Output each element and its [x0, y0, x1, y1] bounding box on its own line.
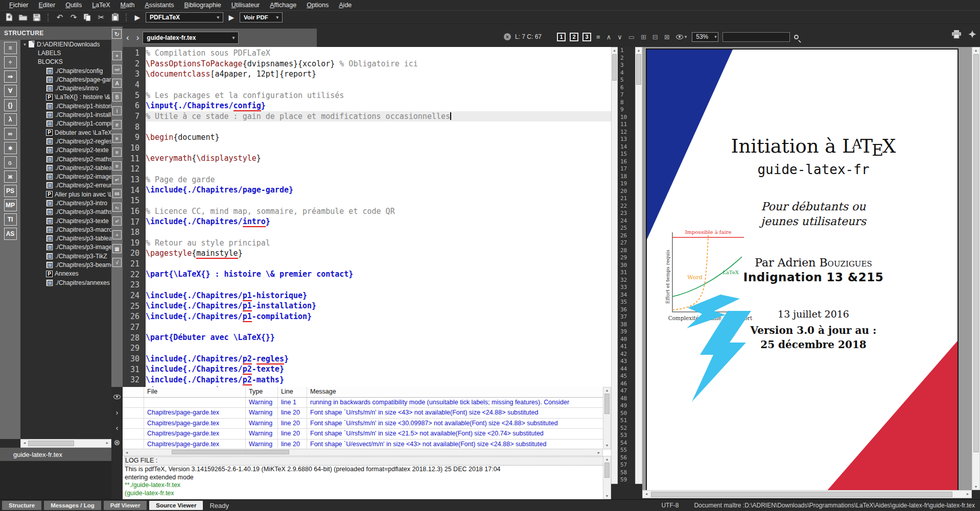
document-selector[interactable]: guide-latex-fr.tex ▾ — [143, 32, 239, 44]
tree-item-chapitres-p3-macros[interactable]: ./Chapitres/p3-macros — [20, 225, 111, 234]
code-line-22[interactable]: \part{\LaTeX{} : histoire \& premier con… — [146, 269, 611, 280]
open-document-label[interactable]: guide-latex-fr.tex — [0, 448, 111, 461]
block-list-icon[interactable]: ≡ — [595, 33, 601, 41]
run-compile-icon[interactable]: ▶ — [133, 13, 142, 21]
braces-icon[interactable]: {} — [4, 99, 17, 111]
log-vscrollbar[interactable]: ▲ ▼ — [603, 456, 611, 499]
status-tab-messages-log[interactable]: Messages / Log — [44, 501, 101, 510]
tree-item-latex-histoire-premier-contact[interactable]: P\LaTeX{} : histoire \& premier contact — [20, 93, 111, 102]
array-icon[interactable]: ▦ — [112, 244, 122, 253]
code-line-3[interactable]: \documentclass[a4paper, 12pt]{report} — [146, 69, 611, 80]
letter-icon[interactable]: A — [112, 79, 122, 88]
code-line-9[interactable]: \begin{document} — [146, 132, 611, 143]
editor-vscrollbar[interactable]: ▲ — [611, 47, 618, 484]
code-line-32[interactable]: \include{./Chapitres/p2-maths} — [146, 375, 611, 385]
code-line-11[interactable]: \everymath{\displaystyle} — [146, 153, 611, 164]
code-line-17[interactable]: \include{./Chapitres/intro} — [146, 216, 611, 227]
pdf-vscrollbar[interactable]: ▲ ▼ — [972, 47, 980, 490]
undo-icon[interactable]: ↶ — [55, 12, 65, 22]
code-line-7[interactable]: % Utile à ce stade : gain de place et mo… — [146, 111, 611, 122]
emph-icon[interactable]: e — [112, 120, 122, 129]
pdf-viewer[interactable]: Initiation à LATEX guide-latex-fr Pour d… — [642, 47, 972, 490]
copy-icon[interactable] — [82, 12, 92, 22]
close-search-icon[interactable]: × — [504, 33, 511, 40]
single-page-icon[interactable]: ▭ — [627, 33, 636, 41]
menu-latex[interactable]: LaTeX — [87, 1, 115, 10]
print-icon[interactable] — [951, 30, 962, 41]
menu-bibliographie[interactable]: Bibliographie — [179, 1, 226, 10]
frac-icon[interactable]: ÷ — [112, 230, 122, 239]
status-tab-pdf-viewer[interactable]: Pdf Viewer — [104, 501, 147, 510]
message-row[interactable]: Warningline 1running in backwards compat… — [123, 398, 611, 408]
code-line-25[interactable]: \include{./Chapitres/p1-installation} — [146, 301, 611, 311]
close-viewer-icon[interactable]: ⊠ — [663, 33, 671, 41]
search-icon[interactable] — [794, 35, 799, 39]
tree-item-chapitres-p3-beamer[interactable]: ./Chapitres/p3-beamer — [20, 260, 111, 269]
menu-options[interactable]: Options — [301, 1, 334, 10]
pdf-hscrollbar[interactable]: ◄► — [642, 490, 972, 498]
code-line-6[interactable]: \input{./Chapitres/config} — [146, 101, 611, 111]
tree-item-chapitres-p1-compilation[interactable]: ./Chapitres/p1-compilation — [20, 119, 111, 128]
as-chars-icon[interactable]: AS — [4, 228, 17, 240]
code-line-8[interactable] — [146, 121, 611, 132]
tree-item-chapitres-p1-historique[interactable]: ./Chapitres/p1-historique — [20, 102, 111, 110]
menu-assistants[interactable]: Assistants — [139, 1, 179, 10]
save-icon[interactable] — [32, 12, 42, 22]
tree-item-blocks[interactable]: BLOCKS — [20, 58, 111, 66]
detach-viewer-icon[interactable]: ⊟ — [651, 33, 659, 41]
paste-icon[interactable] — [110, 12, 120, 22]
code-line-14[interactable]: \include{./Chapitres/page-garde} — [146, 185, 611, 196]
log-viewer[interactable]: LOG FILE :This is pdfTeX, Version 3.1415… — [123, 456, 611, 499]
follow-cursor-eye-icon[interactable] — [111, 391, 123, 402]
code-line-5[interactable]: % Les packages et la configuration utili… — [146, 90, 611, 101]
code-line-19[interactable]: % Retour au style principal — [146, 238, 611, 249]
menu-outils[interactable]: Outils — [60, 1, 87, 10]
page-1-button[interactable]: 1 — [557, 33, 566, 41]
tree-item-chapitres-annexes[interactable]: ./Chapitres/annexes — [20, 278, 111, 287]
mp-chars-icon[interactable]: MP — [4, 199, 17, 211]
tree-item-chapitres-p2-maths[interactable]: ./Chapitres/p2-maths — [20, 155, 111, 163]
new-file-icon[interactable] — [4, 12, 14, 22]
code-line-28[interactable]: \part{Débuter avec \LaTeX{}} — [146, 332, 611, 343]
add-icon[interactable]: + — [112, 51, 122, 60]
tree-item-annexes[interactable]: PAnnexes — [20, 270, 111, 278]
code-line-2[interactable]: \PassOptionsToPackage{dvipsnames}{xcolor… — [146, 59, 611, 69]
messages-hscrollbar[interactable]: ◄► — [123, 449, 603, 456]
acrobat-icon[interactable] — [968, 30, 977, 41]
arrows-icon[interactable]: ⇒ — [4, 70, 17, 83]
symbols-menu-icon[interactable]: ≡ — [4, 42, 17, 54]
code-line-1[interactable]: % Compilation sous PDFLaTeX — [146, 48, 611, 59]
chevron-left-icon[interactable]: ‹ — [111, 422, 123, 433]
menu-fichier[interactable]: Fichier — [4, 1, 34, 10]
code-line-30[interactable]: \include{./Chapitres/p2-regles} — [146, 354, 611, 364]
ps-chars-icon[interactable]: PS — [4, 185, 17, 197]
inline-math-icon[interactable]: $$ — [112, 189, 122, 198]
zoom-select[interactable]: 53% ▾ — [692, 32, 718, 42]
greek-icon[interactable]: λ — [4, 113, 17, 126]
description-icon[interactable]: ≡ — [112, 161, 122, 171]
prev-document-icon[interactable]: ‹ — [123, 33, 133, 43]
next-document-icon[interactable]: › — [133, 33, 143, 43]
operators-icon[interactable]: ÷ — [4, 56, 17, 68]
delimiters-icon[interactable]: (]. — [4, 156, 17, 168]
code-line-21[interactable] — [146, 259, 611, 270]
close-panel-icon[interactable]: ⊗ — [111, 437, 123, 448]
subscript-icon[interactable]: x₂ — [112, 203, 122, 212]
message-row[interactable]: Chapitres/page-garde.texWarningline 20Fo… — [123, 440, 611, 450]
person-icon[interactable]: ж — [4, 171, 17, 183]
code-line-26[interactable]: \include{./Chapitres/p1-compilation} — [146, 311, 611, 322]
zoom-fit-icon[interactable]: ⊞ — [640, 33, 647, 41]
search-input[interactable] — [722, 32, 790, 42]
open-folder-icon[interactable] — [18, 12, 28, 22]
follow-cursor-eye-icon[interactable]: ▾ — [675, 34, 688, 39]
code-line-15[interactable] — [146, 196, 611, 206]
menu-affichage[interactable]: Affichage — [265, 1, 301, 10]
compiler-select[interactable]: PDFLaTeX▾ — [146, 12, 223, 22]
code-line-31[interactable]: \include{./Chapitres/p2-texte} — [146, 364, 611, 375]
viewer-select[interactable]: Voir PDF▾ — [240, 12, 283, 22]
message-row[interactable]: Chapitres/page-garde.texWarningline 20Fo… — [123, 429, 611, 439]
tree-item-chapitres-p1-installation[interactable]: ./Chapitres/p1-installation — [20, 110, 111, 119]
sqrt-icon[interactable]: √ — [112, 258, 122, 267]
tree-item-chapitres-p2-texte[interactable]: ./Chapitres/p2-texte — [20, 146, 111, 155]
tree-item-chapitres-config[interactable]: ./Chapitres/config — [20, 66, 111, 75]
